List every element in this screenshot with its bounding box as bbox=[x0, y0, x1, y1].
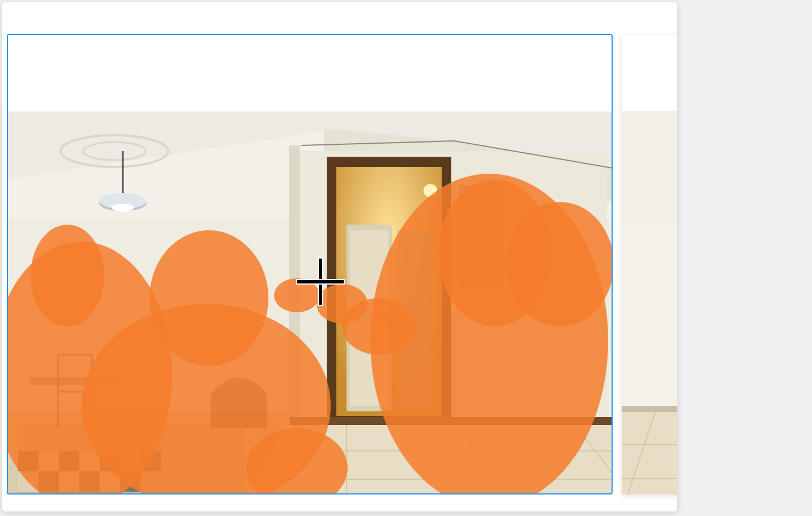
room-photo-empty bbox=[622, 111, 677, 494]
svg-rect-28 bbox=[18, 471, 39, 492]
svg-rect-46 bbox=[622, 111, 677, 224]
svg-rect-26 bbox=[79, 451, 100, 471]
svg-rect-25 bbox=[39, 451, 59, 471]
svg-rect-23 bbox=[79, 471, 100, 492]
svg-point-42 bbox=[112, 204, 134, 212]
svg-rect-18 bbox=[18, 451, 39, 471]
svg-rect-27 bbox=[120, 451, 140, 471]
svg-rect-36 bbox=[350, 321, 388, 406]
card-header bbox=[8, 35, 612, 111]
svg-rect-47 bbox=[622, 224, 677, 411]
workspace bbox=[2, 2, 677, 511]
svg-rect-22 bbox=[39, 471, 59, 492]
svg-rect-19 bbox=[59, 451, 79, 471]
svg-rect-54 bbox=[622, 406, 677, 412]
svg-rect-37 bbox=[398, 230, 431, 411]
svg-rect-29 bbox=[59, 471, 79, 492]
svg-point-38 bbox=[424, 184, 437, 197]
svg-rect-20 bbox=[100, 451, 120, 471]
svg-rect-24 bbox=[120, 471, 140, 492]
svg-rect-43 bbox=[290, 417, 612, 425]
image-card-selected[interactable] bbox=[7, 34, 613, 494]
svg-rect-21 bbox=[140, 451, 161, 471]
svg-rect-35 bbox=[350, 230, 388, 315]
room-photo bbox=[8, 111, 612, 494]
svg-rect-44 bbox=[459, 185, 504, 287]
image-canvas[interactable] bbox=[8, 111, 612, 494]
image-card-next[interactable] bbox=[622, 35, 677, 494]
svg-rect-30 bbox=[100, 471, 120, 492]
svg-rect-45 bbox=[29, 377, 120, 385]
svg-rect-48 bbox=[622, 411, 677, 494]
svg-rect-6 bbox=[289, 145, 300, 428]
card-header bbox=[622, 35, 677, 111]
